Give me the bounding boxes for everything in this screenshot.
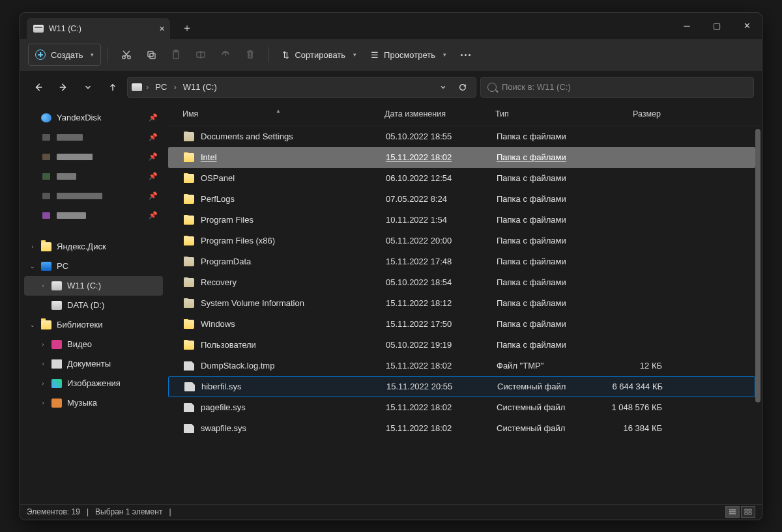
file-row[interactable]: Recovery05.10.2022 18:54Папка с файлами xyxy=(168,272,755,293)
file-icon xyxy=(184,424,194,433)
sidebar-item-w11[interactable]: › W11 (C:) xyxy=(24,276,163,296)
column-type[interactable]: Тип xyxy=(490,109,594,119)
up-button[interactable] xyxy=(102,77,123,98)
file-row[interactable]: DumpStack.log.tmp15.11.2022 18:02Файл "T… xyxy=(168,356,755,376)
sidebar-item-images[interactable]: › Изображения xyxy=(24,374,163,393)
file-row[interactable]: Intel15.11.2022 18:02Папка с файлами xyxy=(168,147,755,168)
chevron-right-icon[interactable]: › xyxy=(38,380,48,387)
large-icons-view-button[interactable] xyxy=(741,506,755,518)
close-button[interactable]: ✕ xyxy=(732,13,762,39)
separator xyxy=(108,47,108,63)
file-row[interactable]: Program Files (x86)05.11.2022 20:00Папка… xyxy=(168,231,755,251)
folder-icon xyxy=(184,153,194,162)
pin-icon[interactable]: 📌 xyxy=(149,172,158,180)
sidebar-item-documents[interactable]: › Документы xyxy=(24,354,163,374)
minimize-button[interactable]: ─ xyxy=(672,13,702,39)
sidebar-item-data[interactable]: DATA (D:) xyxy=(24,296,163,315)
details-view-button[interactable] xyxy=(725,506,740,518)
new-tab-button[interactable]: ＋ xyxy=(177,18,197,39)
folder-icon xyxy=(184,257,194,266)
cell-type: Папка с файлами xyxy=(491,132,596,141)
file-name: Intel xyxy=(201,152,217,162)
sort-button[interactable]: ⇅ Сортировать ▾ xyxy=(276,44,363,66)
scrollbar-thumb[interactable] xyxy=(755,129,760,402)
search-input[interactable] xyxy=(502,82,747,92)
cell-name: Intel xyxy=(179,152,381,162)
sidebar-item-music[interactable]: › Музыка xyxy=(24,393,163,413)
file-row[interactable]: Documents and Settings05.10.2022 18:55Па… xyxy=(168,126,755,147)
file-name: Windows xyxy=(201,319,235,329)
file-row[interactable]: pagefile.sys15.11.2022 18:02Системный фа… xyxy=(168,397,755,418)
refresh-button[interactable] xyxy=(454,78,472,96)
documents-icon xyxy=(51,359,62,369)
sidebar-item-yandexdisk[interactable]: YandexDisk 📌 xyxy=(24,108,163,128)
column-name[interactable]: ▲Имя xyxy=(177,109,379,119)
close-tab-icon[interactable]: ✕ xyxy=(159,24,165,33)
file-row[interactable]: ProgramData15.11.2022 17:48Папка с файла… xyxy=(168,251,755,272)
back-button[interactable] xyxy=(28,77,49,98)
file-row[interactable]: System Volume Information15.11.2022 18:1… xyxy=(168,293,755,314)
address-bar[interactable]: › PC › W11 (C:) xyxy=(127,77,476,98)
pin-icon[interactable]: 📌 xyxy=(149,133,158,141)
cell-type: Папка с файлами xyxy=(491,340,596,350)
pin-icon[interactable]: 📌 xyxy=(149,113,158,122)
column-size[interactable]: Размер xyxy=(594,109,666,119)
file-row[interactable]: swapfile.sys15.11.2022 18:02Системный фа… xyxy=(168,418,755,439)
file-row[interactable]: hiberfil.sys15.11.2022 20:55Системный фа… xyxy=(168,376,755,397)
chevron-right-icon[interactable]: › xyxy=(28,244,37,250)
tab-active[interactable]: W11 (C:) ✕ xyxy=(27,18,170,39)
sidebar-item-redacted[interactable]: 📌 xyxy=(24,128,163,147)
search-box[interactable] xyxy=(480,77,754,98)
file-row[interactable]: OSPanel06.10.2022 12:54Папка с файлами xyxy=(168,168,755,189)
sidebar-item-libraries[interactable]: ⌄ Библиотеки xyxy=(24,315,163,335)
file-name: Program Files (x86) xyxy=(201,236,275,245)
sidebar-item-redacted[interactable]: 📌 xyxy=(24,186,163,206)
file-row[interactable]: Windows15.11.2022 17:50Папка с файлами xyxy=(168,314,755,335)
sidebar[interactable]: YandexDisk 📌 📌 📌 📌 📌 📌 › Яндекс.Диск ⌄ P… xyxy=(20,103,167,504)
maximize-button[interactable]: ▢ xyxy=(702,13,732,39)
pc-icon xyxy=(41,262,51,271)
sidebar-item-video[interactable]: › Видео xyxy=(24,335,163,354)
breadcrumb-drive[interactable]: W11 (C:) xyxy=(181,81,220,93)
chevron-right-icon[interactable]: › xyxy=(38,400,48,406)
recent-button[interactable] xyxy=(78,77,98,98)
sidebar-item-pc[interactable]: ⌄ PC xyxy=(24,257,163,276)
pin-icon[interactable]: 📌 xyxy=(149,191,158,200)
file-row[interactable]: Пользователи05.10.2022 19:19Папка с файл… xyxy=(168,335,755,356)
sidebar-label: YandexDisk xyxy=(57,113,101,122)
sidebar-item-yandexdisk-tree[interactable]: › Яндекс.Диск xyxy=(24,237,163,257)
chevron-down-icon[interactable]: ⌄ xyxy=(28,263,37,270)
cut-button[interactable] xyxy=(115,44,138,66)
pin-icon[interactable]: 📌 xyxy=(149,152,158,161)
cell-size: 1 048 576 КБ xyxy=(596,402,667,412)
chevron-right-icon[interactable]: › xyxy=(38,283,48,289)
column-date[interactable]: Дата изменения xyxy=(379,109,490,119)
cell-name: PerfLogs xyxy=(179,194,381,204)
forward-button[interactable] xyxy=(53,77,74,98)
file-name: hiberfil.sys xyxy=(201,382,241,391)
chevron-right-icon[interactable]: › xyxy=(38,361,48,367)
file-list[interactable]: Documents and Settings05.10.2022 18:55Па… xyxy=(167,126,762,504)
file-row[interactable]: PerfLogs07.05.2022 8:24Папка с файлами xyxy=(168,189,755,210)
breadcrumb-pc[interactable]: PC xyxy=(152,81,169,93)
copy-button[interactable] xyxy=(139,44,163,66)
scrollbar[interactable] xyxy=(755,129,760,497)
view-button[interactable]: ☰ Просмотреть ▾ xyxy=(364,44,453,66)
create-button[interactable]: Создать ▾ xyxy=(28,44,101,66)
ellipsis-icon xyxy=(461,54,471,56)
chevron-right-icon[interactable]: › xyxy=(38,341,48,348)
chevron-down-icon[interactable]: ⌄ xyxy=(28,322,37,328)
sidebar-label: Библиотеки xyxy=(57,320,102,329)
file-name: Пользователи xyxy=(201,340,256,350)
sidebar-item-redacted[interactable]: 📌 xyxy=(24,147,163,167)
file-icon xyxy=(184,382,195,391)
sidebar-item-redacted[interactable]: 📌 xyxy=(24,167,163,186)
more-button[interactable] xyxy=(454,44,478,66)
pin-icon[interactable]: 📌 xyxy=(149,211,158,219)
cell-name: System Volume Information xyxy=(179,298,381,308)
file-row[interactable]: Program Files10.11.2022 1:54Папка с файл… xyxy=(168,210,755,231)
sidebar-item-redacted[interactable]: 📌 xyxy=(24,206,163,225)
address-dropdown[interactable] xyxy=(434,78,452,96)
file-name: pagefile.sys xyxy=(201,402,246,412)
file-name: ProgramData xyxy=(201,257,251,266)
